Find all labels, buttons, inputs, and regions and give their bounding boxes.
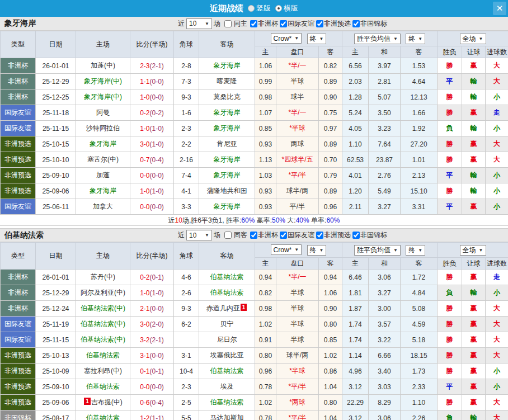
avg-lose: 1.01	[401, 152, 438, 168]
competition-checkbox[interactable]: 非洲杯	[250, 19, 278, 29]
result-goals: 大	[486, 348, 508, 364]
same-venue-label: 同主	[234, 19, 247, 29]
away-team[interactable]: 蒲隆地共和国	[199, 183, 255, 199]
layout-radio-vertical[interactable]: 竖版	[248, 3, 271, 13]
competition-checkbox[interactable]: 非国锦标	[352, 19, 387, 29]
away-team[interactable]: 象牙海岸	[199, 121, 255, 136]
home-team[interactable]: 伯基纳法索	[76, 379, 130, 395]
close-button[interactable]: ✕	[493, 2, 506, 15]
home-team[interactable]: 苏丹(中)	[76, 270, 130, 285]
away-team[interactable]: 象牙海岸	[199, 199, 255, 215]
away-team[interactable]: 埃塞俄比亚	[199, 348, 255, 364]
home-team[interactable]: 伯基纳法索(中)	[76, 317, 130, 332]
match-count-select[interactable]: 10 ▼	[186, 18, 212, 29]
competition-checkbox[interactable]: 国际友谊	[280, 19, 314, 29]
checkbox-input[interactable]	[224, 232, 232, 239]
home-team[interactable]: 伯基纳法索(中)	[76, 301, 130, 317]
wdl-average-select[interactable]: 胜平负均值▼	[354, 245, 401, 256]
competition-checkbox[interactable]: 非洲杯	[250, 230, 278, 240]
checkbox-input[interactable]	[280, 20, 287, 27]
halftime-score: (1-0)	[150, 125, 164, 133]
wdl-time-select[interactable]: 终▼	[406, 34, 425, 44]
same-venue-checkbox[interactable]: 同客	[224, 230, 247, 240]
odds-company-select[interactable]: Crow*▼	[271, 244, 302, 255]
checkbox-input[interactable]	[316, 20, 323, 27]
away-team[interactable]: 肯尼亚	[199, 136, 255, 152]
avg-draw: 3.06	[369, 270, 401, 285]
away-team[interactable]: 象牙海岸	[199, 152, 255, 168]
away-team[interactable]: 埃及	[199, 379, 255, 395]
home-team[interactable]: 伯基纳法索	[76, 410, 130, 420]
away-team[interactable]: 象牙海岸	[199, 105, 255, 121]
layout-radio-horizontal[interactable]: 横版	[275, 3, 298, 13]
wdl-group-header: 胜平负均值▼ 终▼	[342, 31, 438, 46]
odds-away: 0.90	[319, 89, 342, 105]
home-team[interactable]: 1吉布提(中)	[76, 395, 130, 410]
home-team[interactable]: 阿尔及利亚(中)	[76, 285, 130, 301]
home-team[interactable]: 象牙海岸(中)	[76, 74, 130, 89]
home-team-name: 阿曼	[96, 108, 110, 116]
checkbox-input[interactable]	[352, 232, 360, 239]
checkbox-input[interactable]	[352, 20, 360, 27]
period-select[interactable]: 全场▼	[460, 245, 486, 256]
sub-header-avg-draw: 和	[369, 258, 401, 270]
home-team-name: 阿尔及利亚(中)	[81, 289, 125, 296]
checkbox-input[interactable]	[250, 232, 257, 239]
away-team[interactable]: 尼日尔	[199, 332, 255, 348]
away-team[interactable]: 象牙海岸	[199, 168, 255, 183]
away-team[interactable]: 伯基纳法索	[199, 270, 255, 285]
away-team-name: 伯基纳法索	[210, 273, 244, 281]
same-venue-checkbox[interactable]: 同主	[224, 19, 247, 29]
away-team[interactable]: 贝宁	[199, 317, 255, 332]
home-team[interactable]: 阿曼	[76, 105, 130, 121]
home-team[interactable]: 加蓬	[76, 168, 130, 183]
home-team[interactable]: 塞拉利昂(中)	[76, 364, 130, 379]
checkbox-input[interactable]	[224, 20, 232, 27]
away-team[interactable]: 伯基纳法索	[199, 395, 255, 410]
away-team[interactable]: 伯基纳法索	[199, 364, 255, 379]
match-type: 非洲预选	[1, 395, 36, 410]
odds-time-select[interactable]: 终▼	[307, 245, 327, 256]
home-team[interactable]: 沙特阿拉伯	[76, 121, 130, 136]
checkbox-input[interactable]	[280, 232, 287, 239]
checkbox-input[interactable]	[250, 20, 257, 27]
home-team[interactable]: 象牙海岸(中)	[76, 89, 130, 105]
handicap-line: 半球	[276, 301, 319, 317]
competition-checkbox[interactable]: 非洲预选	[316, 230, 351, 240]
match-date: 25-12-25	[36, 89, 76, 105]
away-team-name: 伯基纳法索	[210, 367, 244, 375]
wdl-time-select[interactable]: 终▼	[406, 245, 425, 256]
home-team[interactable]: 象牙海岸	[76, 136, 130, 152]
handicap-line: *两球	[276, 395, 319, 410]
competition-checkbox[interactable]: 非洲预选	[316, 19, 351, 29]
odds-time-select[interactable]: 终▼	[307, 34, 327, 44]
competition-checkbox[interactable]: 国际友谊	[280, 230, 314, 240]
match-count-select[interactable]: 10 ▼	[186, 230, 212, 240]
away-team[interactable]: 赤道几内亚1	[199, 301, 255, 317]
home-team[interactable]: 象牙海岸	[76, 183, 130, 199]
home-team[interactable]: 加蓬(中)	[76, 58, 130, 74]
home-team[interactable]: 伯基纳法索(中)	[76, 332, 130, 348]
away-team[interactable]: 马达加斯加	[199, 410, 255, 420]
chevron-down-icon: ▼	[479, 248, 483, 253]
chevron-down-icon: ▼	[319, 248, 324, 253]
corner-score: 2-5	[174, 395, 199, 410]
home-team[interactable]: 塞舌尔(中)	[76, 152, 130, 168]
away-team[interactable]: 喀麦隆	[199, 74, 255, 89]
away-team[interactable]: 莫桑比克	[199, 89, 255, 105]
odds-home: 0.98	[255, 89, 276, 105]
match-count-value: 10	[189, 232, 196, 239]
match-type: 非洲杯	[1, 301, 36, 317]
home-team[interactable]: 伯基纳法索	[76, 348, 130, 364]
period-select[interactable]: 全场▼	[460, 34, 486, 44]
away-team[interactable]: 伯基纳法索	[199, 285, 255, 301]
away-team[interactable]: 象牙海岸	[199, 58, 255, 74]
handicap-line: 平/半	[276, 199, 319, 215]
home-team[interactable]: 加拿大	[76, 199, 130, 215]
halftime-score: (0-1)	[150, 273, 164, 281]
wdl-average-select[interactable]: 胜平负均值▼	[354, 34, 401, 44]
competition-checkbox[interactable]: 非国锦标	[352, 230, 387, 240]
odds-company-select[interactable]: Crow*▼	[271, 33, 302, 44]
odds-home: 0.99	[255, 74, 276, 89]
checkbox-input[interactable]	[316, 232, 323, 239]
